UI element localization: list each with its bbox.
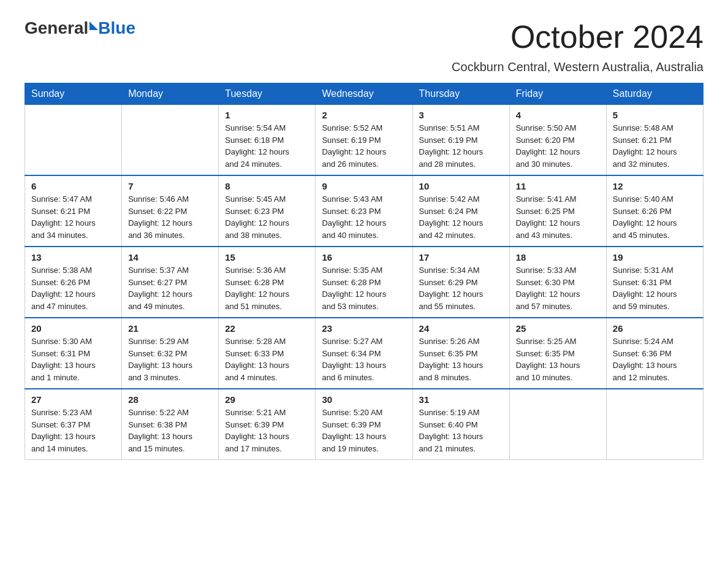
- day-info: Sunrise: 5:50 AM Sunset: 6:20 PM Dayligh…: [516, 123, 580, 169]
- calendar-day-cell: 16Sunrise: 5:35 AM Sunset: 6:28 PM Dayli…: [316, 247, 412, 318]
- month-title: October 2024: [510, 18, 703, 55]
- day-info: Sunrise: 5:24 AM Sunset: 6:36 PM Dayligh…: [613, 337, 677, 382]
- day-number: 25: [516, 323, 600, 334]
- day-number: 4: [516, 110, 600, 120]
- day-number: 7: [128, 181, 212, 191]
- day-number: 28: [128, 394, 212, 405]
- day-info: Sunrise: 5:52 AM Sunset: 6:19 PM Dayligh…: [322, 123, 386, 169]
- day-number: 19: [613, 252, 697, 262]
- title-block: October 2024: [510, 18, 703, 55]
- calendar-day-cell: 23Sunrise: 5:27 AM Sunset: 6:34 PM Dayli…: [316, 318, 412, 389]
- day-number: 31: [419, 394, 503, 405]
- day-info: Sunrise: 5:35 AM Sunset: 6:28 PM Dayligh…: [322, 266, 386, 311]
- day-info: Sunrise: 5:37 AM Sunset: 6:27 PM Dayligh…: [128, 266, 192, 311]
- calendar-header-cell: Friday: [509, 83, 606, 105]
- calendar-header-cell: Wednesday: [316, 83, 412, 105]
- calendar-day-cell: 21Sunrise: 5:29 AM Sunset: 6:32 PM Dayli…: [122, 318, 219, 389]
- calendar-week-row: 27Sunrise: 5:23 AM Sunset: 6:37 PM Dayli…: [25, 389, 703, 460]
- calendar-day-cell: 5Sunrise: 5:48 AM Sunset: 6:21 PM Daylig…: [606, 105, 703, 176]
- calendar-day-cell: 3Sunrise: 5:51 AM Sunset: 6:19 PM Daylig…: [412, 105, 509, 176]
- day-number: 16: [322, 252, 406, 262]
- day-info: Sunrise: 5:30 AM Sunset: 6:31 PM Dayligh…: [31, 337, 96, 382]
- calendar-day-cell: 10Sunrise: 5:42 AM Sunset: 6:24 PM Dayli…: [412, 175, 509, 247]
- calendar-day-cell: 25Sunrise: 5:25 AM Sunset: 6:35 PM Dayli…: [509, 318, 606, 389]
- day-info: Sunrise: 5:42 AM Sunset: 6:24 PM Dayligh…: [419, 194, 483, 240]
- day-info: Sunrise: 5:26 AM Sunset: 6:35 PM Dayligh…: [419, 337, 483, 382]
- day-number: 26: [613, 323, 697, 334]
- calendar-day-cell: [122, 105, 219, 176]
- day-number: 3: [419, 110, 503, 120]
- calendar-header-row: SundayMondayTuesdayWednesdayThursdayFrid…: [25, 83, 703, 105]
- logo-blue-text: Blue: [98, 18, 135, 38]
- day-number: 6: [31, 181, 115, 191]
- calendar-day-cell: 2Sunrise: 5:52 AM Sunset: 6:19 PM Daylig…: [316, 105, 412, 176]
- day-number: 17: [419, 252, 503, 262]
- location-title: Cockburn Central, Western Australia, Aus…: [25, 60, 703, 74]
- day-number: 29: [225, 394, 309, 405]
- day-number: 15: [225, 252, 309, 262]
- logo-general-text: General: [25, 18, 88, 38]
- day-info: Sunrise: 5:46 AM Sunset: 6:22 PM Dayligh…: [128, 194, 192, 240]
- logo-triangle-icon: [89, 21, 98, 30]
- day-info: Sunrise: 5:43 AM Sunset: 6:23 PM Dayligh…: [322, 194, 386, 240]
- calendar-day-cell: [606, 389, 703, 460]
- day-info: Sunrise: 5:29 AM Sunset: 6:32 PM Dayligh…: [128, 337, 192, 382]
- day-number: 9: [322, 181, 406, 191]
- calendar-day-cell: 22Sunrise: 5:28 AM Sunset: 6:33 PM Dayli…: [219, 318, 316, 389]
- calendar-day-cell: 14Sunrise: 5:37 AM Sunset: 6:27 PM Dayli…: [122, 247, 219, 318]
- day-info: Sunrise: 5:36 AM Sunset: 6:28 PM Dayligh…: [225, 266, 289, 311]
- day-info: Sunrise: 5:41 AM Sunset: 6:25 PM Dayligh…: [516, 194, 580, 240]
- calendar-day-cell: 15Sunrise: 5:36 AM Sunset: 6:28 PM Dayli…: [219, 247, 316, 318]
- day-number: 14: [128, 252, 212, 262]
- calendar-week-row: 13Sunrise: 5:38 AM Sunset: 6:26 PM Dayli…: [25, 247, 703, 318]
- day-info: Sunrise: 5:31 AM Sunset: 6:31 PM Dayligh…: [613, 266, 677, 311]
- day-number: 8: [225, 181, 309, 191]
- day-number: 18: [516, 252, 600, 262]
- calendar-header-cell: Tuesday: [219, 83, 316, 105]
- day-info: Sunrise: 5:48 AM Sunset: 6:21 PM Dayligh…: [613, 123, 677, 169]
- day-number: 24: [419, 323, 503, 334]
- day-number: 20: [31, 323, 115, 334]
- calendar-day-cell: 7Sunrise: 5:46 AM Sunset: 6:22 PM Daylig…: [122, 175, 219, 247]
- calendar-header-cell: Monday: [122, 83, 219, 105]
- day-number: 12: [613, 181, 697, 191]
- day-info: Sunrise: 5:23 AM Sunset: 6:37 PM Dayligh…: [31, 408, 96, 453]
- calendar-day-cell: 12Sunrise: 5:40 AM Sunset: 6:26 PM Dayli…: [606, 175, 703, 247]
- day-info: Sunrise: 5:40 AM Sunset: 6:26 PM Dayligh…: [613, 194, 677, 240]
- day-info: Sunrise: 5:27 AM Sunset: 6:34 PM Dayligh…: [322, 337, 386, 382]
- day-info: Sunrise: 5:22 AM Sunset: 6:38 PM Dayligh…: [128, 408, 192, 453]
- calendar-day-cell: [25, 105, 122, 176]
- calendar-day-cell: 31Sunrise: 5:19 AM Sunset: 6:40 PM Dayli…: [412, 389, 509, 460]
- day-info: Sunrise: 5:34 AM Sunset: 6:29 PM Dayligh…: [419, 266, 483, 311]
- calendar-day-cell: 28Sunrise: 5:22 AM Sunset: 6:38 PM Dayli…: [122, 389, 219, 460]
- day-number: 27: [31, 394, 115, 405]
- day-info: Sunrise: 5:20 AM Sunset: 6:39 PM Dayligh…: [322, 408, 386, 453]
- day-number: 11: [516, 181, 600, 191]
- calendar-day-cell: 11Sunrise: 5:41 AM Sunset: 6:25 PM Dayli…: [509, 175, 606, 247]
- day-number: 21: [128, 323, 212, 334]
- calendar-day-cell: 19Sunrise: 5:31 AM Sunset: 6:31 PM Dayli…: [606, 247, 703, 318]
- day-number: 13: [31, 252, 115, 262]
- calendar-day-cell: 6Sunrise: 5:47 AM Sunset: 6:21 PM Daylig…: [25, 175, 122, 247]
- calendar-header-cell: Sunday: [25, 83, 122, 105]
- calendar-day-cell: 29Sunrise: 5:21 AM Sunset: 6:39 PM Dayli…: [219, 389, 316, 460]
- calendar-header-cell: Thursday: [412, 83, 509, 105]
- calendar-day-cell: 17Sunrise: 5:34 AM Sunset: 6:29 PM Dayli…: [412, 247, 509, 318]
- day-info: Sunrise: 5:28 AM Sunset: 6:33 PM Dayligh…: [225, 337, 289, 382]
- calendar-table: SundayMondayTuesdayWednesdayThursdayFrid…: [25, 83, 703, 460]
- logo: General Blue: [25, 18, 135, 38]
- calendar-day-cell: 13Sunrise: 5:38 AM Sunset: 6:26 PM Dayli…: [25, 247, 122, 318]
- day-number: 5: [613, 110, 697, 120]
- day-info: Sunrise: 5:21 AM Sunset: 6:39 PM Dayligh…: [225, 408, 289, 453]
- day-info: Sunrise: 5:19 AM Sunset: 6:40 PM Dayligh…: [419, 408, 483, 453]
- day-number: 1: [225, 110, 309, 120]
- day-info: Sunrise: 5:51 AM Sunset: 6:19 PM Dayligh…: [419, 123, 483, 169]
- day-info: Sunrise: 5:38 AM Sunset: 6:26 PM Dayligh…: [31, 266, 96, 311]
- day-number: 22: [225, 323, 309, 334]
- calendar-day-cell: 4Sunrise: 5:50 AM Sunset: 6:20 PM Daylig…: [509, 105, 606, 176]
- calendar-week-row: 6Sunrise: 5:47 AM Sunset: 6:21 PM Daylig…: [25, 175, 703, 247]
- day-info: Sunrise: 5:33 AM Sunset: 6:30 PM Dayligh…: [516, 266, 580, 311]
- day-info: Sunrise: 5:47 AM Sunset: 6:21 PM Dayligh…: [31, 194, 96, 240]
- calendar-day-cell: 18Sunrise: 5:33 AM Sunset: 6:30 PM Dayli…: [509, 247, 606, 318]
- calendar-day-cell: 24Sunrise: 5:26 AM Sunset: 6:35 PM Dayli…: [412, 318, 509, 389]
